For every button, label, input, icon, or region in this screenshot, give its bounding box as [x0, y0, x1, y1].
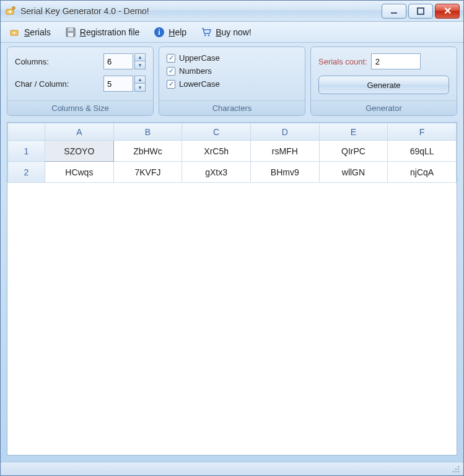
svg-rect-2 [391, 12, 397, 14]
svg-point-5 [14, 32, 15, 33]
app-window: Serial Key Generator 4.0 - Demo! ✕ Seria… [0, 0, 464, 476]
window-title: Serial Key Generator 4.0 - Demo! [20, 6, 382, 16]
group-characters-label: Characters [159, 100, 305, 115]
uppercase-label: UpperCase [179, 53, 220, 63]
numbers-label: Numbers [179, 66, 212, 76]
cell[interactable]: BHmv9 [250, 162, 319, 183]
svg-rect-7 [68, 28, 73, 31]
menu-help[interactable]: i Help [150, 24, 190, 40]
column-header[interactable]: D [250, 123, 319, 141]
serials-grid-container[interactable]: ABCDEF 1SZOYOZbHWcXrC5hrsMFHQIrPC69qLL2H… [7, 122, 457, 456]
serials-table: ABCDEF 1SZOYOZbHWcXrC5hrsMFHQIrPC69qLL2H… [7, 123, 457, 183]
columns-spinner: ▲ ▼ [103, 53, 146, 69]
columns-down-button[interactable]: ▼ [134, 61, 146, 69]
serials-count-label: Serials count: [318, 57, 367, 66]
menu-registration[interactable]: Registration file [61, 24, 143, 40]
columns-input[interactable] [103, 53, 133, 69]
column-header[interactable]: A [45, 123, 114, 141]
charcol-down-button[interactable]: ▼ [134, 84, 146, 92]
ribbon: Columns: ▲ ▼ Char / Column: ▲ [1, 43, 463, 116]
numbers-checkbox[interactable]: ✓ [167, 67, 175, 76]
svg-point-17 [455, 471, 457, 472]
group-characters: ✓ UpperCase ✓ Numbers ✓ LowerCase Charac… [159, 46, 305, 116]
group-columns-size-label: Columns & Size [7, 100, 153, 115]
cell[interactable]: rsMFH [250, 141, 319, 162]
cell[interactable]: ZbHWc [113, 141, 182, 162]
charcol-label: Char / Column: [15, 79, 98, 89]
svg-point-12 [208, 34, 210, 36]
menu-registration-label: Registration file [80, 27, 140, 37]
app-icon [4, 5, 17, 17]
table-corner[interactable] [8, 123, 45, 141]
menu-help-label: Help [169, 27, 186, 37]
table-header-row: ABCDEF [8, 123, 457, 141]
minimize-button[interactable] [382, 4, 406, 19]
column-header[interactable]: F [388, 123, 457, 141]
serials-icon [9, 26, 21, 38]
charcol-spinner: ▲ ▼ [103, 76, 146, 92]
row-header[interactable]: 1 [8, 141, 45, 162]
columns-up-button[interactable]: ▲ [134, 53, 146, 61]
menu-serials-label: Serials [24, 27, 51, 37]
save-icon [64, 26, 77, 38]
row-header[interactable]: 2 [8, 162, 45, 183]
statusbar [1, 462, 463, 475]
cell[interactable]: wllGN [319, 162, 388, 183]
menu-buy-label: Buy now! [216, 27, 252, 37]
charcol-input[interactable] [103, 76, 133, 92]
window-controls: ✕ [382, 4, 460, 19]
svg-point-16 [453, 471, 454, 472]
cell[interactable]: QIrPC [319, 141, 388, 162]
cell[interactable]: 7KVFJ [113, 162, 182, 183]
svg-point-15 [458, 469, 459, 470]
column-header[interactable]: B [113, 123, 182, 141]
svg-point-11 [204, 34, 206, 36]
titlebar[interactable]: Serial Key Generator 4.0 - Demo! ✕ [1, 1, 463, 22]
cell[interactable]: HCwqs [45, 162, 114, 183]
column-header[interactable]: E [319, 123, 388, 141]
svg-rect-8 [68, 33, 73, 37]
maximize-button[interactable] [408, 4, 433, 19]
serials-count-input[interactable] [371, 53, 421, 69]
lowercase-label: LowerCase [179, 79, 220, 89]
table-row: 1SZOYOZbHWcXrC5hrsMFHQIrPC69qLL [8, 141, 457, 162]
resize-grip-icon[interactable] [451, 464, 461, 474]
cell[interactable]: XrC5h [182, 141, 251, 162]
cell[interactable]: 69qLL [388, 141, 457, 162]
group-generator-label: Generator [311, 100, 457, 115]
uppercase-checkbox[interactable]: ✓ [167, 54, 175, 63]
cell[interactable]: SZOYO [45, 141, 114, 162]
info-icon: i [153, 26, 165, 38]
cart-icon [200, 26, 212, 38]
menu-serials[interactable]: Serials [6, 24, 54, 40]
charcol-up-button[interactable]: ▲ [134, 76, 146, 84]
column-header[interactable]: C [182, 123, 251, 141]
svg-point-13 [458, 466, 459, 467]
group-columns-size: Columns: ▲ ▼ Char / Column: ▲ [7, 46, 154, 116]
cell[interactable]: njCqA [388, 162, 457, 183]
svg-point-18 [458, 471, 459, 472]
close-icon: ✕ [444, 6, 452, 16]
cell[interactable]: gXtx3 [182, 162, 251, 183]
columns-label: Columns: [15, 57, 98, 66]
menu-buy[interactable]: Buy now! [197, 24, 255, 40]
table-row: 2HCwqs7KVFJgXtx3BHmv9wllGNnjCqA [8, 162, 457, 183]
svg-point-14 [455, 469, 457, 470]
group-generator: Serials count: Generate Generator [310, 46, 457, 116]
lowercase-checkbox[interactable]: ✓ [167, 80, 175, 89]
generate-button[interactable]: Generate [318, 76, 449, 94]
svg-point-1 [9, 11, 11, 13]
close-button[interactable]: ✕ [435, 4, 460, 19]
menubar: Serials Registration file i Help Buy now… [1, 22, 463, 43]
svg-rect-3 [418, 8, 424, 14]
